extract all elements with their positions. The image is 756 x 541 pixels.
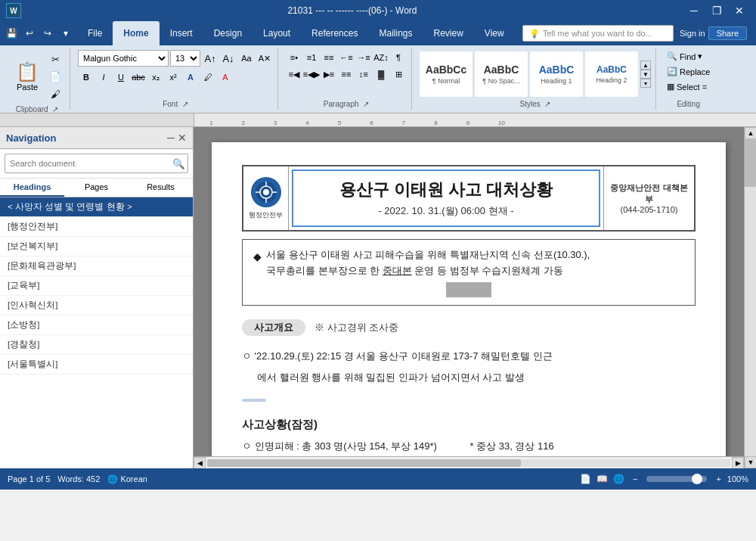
style-heading2[interactable]: AaBbC Heading 2 (585, 51, 638, 97)
subscript-button[interactable]: x₂ (147, 70, 164, 85)
plus-zoom[interactable]: + (716, 474, 720, 483)
underline-button[interactable]: U (113, 70, 129, 85)
zoom-slider[interactable] (646, 476, 707, 482)
print-layout-button[interactable]: 📄 (578, 472, 593, 486)
tab-home[interactable]: Home (113, 21, 159, 45)
align-center-button[interactable]: ≡◀▶ (303, 67, 320, 82)
tab-references[interactable]: References (301, 21, 368, 45)
scroll-up-button[interactable]: ▲ (745, 127, 756, 139)
more-quick-button[interactable]: ▾ (57, 26, 74, 41)
document-scroll[interactable]: 행정안전부 용산구 이태원 사고 대처상황 - 2022. 10. 31.(월)… (194, 127, 744, 456)
bullets-button[interactable]: ≡• (286, 50, 302, 65)
scroll-down-button[interactable]: ▼ (745, 456, 756, 468)
nav-item-1[interactable]: [행정안전부] (0, 217, 193, 237)
clear-format-button[interactable]: A✕ (256, 51, 273, 66)
tab-design[interactable]: Design (203, 21, 253, 45)
tab-view[interactable]: View (474, 21, 515, 45)
cut-button[interactable]: ✂ (45, 51, 65, 67)
restore-button[interactable]: ❐ (706, 2, 727, 19)
borders-button[interactable]: ⊞ (390, 67, 407, 82)
font-size-select[interactable]: 13 (170, 50, 200, 67)
scroll-right-button[interactable]: ▶ (732, 457, 744, 469)
nav-item-5[interactable]: [인사혁신처] (0, 296, 193, 316)
scroll-thumb[interactable] (207, 459, 521, 467)
replace-button[interactable]: 🔄 Replace (664, 65, 713, 78)
tab-insert[interactable]: Insert (160, 21, 203, 45)
nav-item-7[interactable]: [경찰청] (0, 335, 193, 355)
redo-quick-button[interactable]: ↪ (39, 26, 56, 41)
nav-item-6[interactable]: [소방청] (0, 316, 193, 335)
tab-file[interactable]: File (77, 21, 113, 45)
select-button[interactable]: ▦ Select = (664, 80, 710, 93)
paste-button[interactable]: 📋 Paste (9, 50, 45, 104)
italic-button[interactable]: I (95, 70, 112, 85)
minus-zoom[interactable]: − (633, 474, 637, 483)
tab-mailings[interactable]: Mailings (368, 21, 423, 45)
bold-button[interactable]: B (78, 70, 94, 85)
font-color-button[interactable]: A (217, 70, 234, 85)
increase-font-button[interactable]: A↑ (202, 51, 218, 66)
tell-me-box[interactable]: 💡 Tell me what you want to do... (522, 25, 674, 42)
editing-group: 🔍 Find ▾ 🔄 Replace ▦ Select = Editing (659, 48, 717, 110)
find-button[interactable]: 🔍 Find ▾ (664, 50, 705, 63)
show-formatting-button[interactable]: ¶ (390, 50, 407, 65)
undo-quick-button[interactable]: ↩ (21, 26, 38, 41)
strikethrough-button[interactable]: abc (130, 70, 147, 85)
decrease-font-button[interactable]: A↓ (220, 51, 237, 66)
tab-review[interactable]: Review (423, 21, 473, 45)
tab-headings[interactable]: Headings (0, 179, 64, 197)
minimize-button[interactable]: ─ (683, 2, 705, 19)
nav-pin-button[interactable]: ─ (167, 132, 175, 144)
styles-scroll-down[interactable]: ▼ (640, 70, 651, 79)
style-nospace[interactable]: AaBbC ¶ No Spac... (475, 51, 528, 97)
blurred-box (446, 282, 491, 297)
sort-button[interactable]: AZ↕ (373, 50, 389, 65)
scroll-left-button[interactable]: ◀ (194, 457, 206, 469)
style-heading1[interactable]: AaBbC Heading 1 (530, 51, 583, 97)
tab-layout[interactable]: Layout (253, 21, 301, 45)
v-scroll-track[interactable] (745, 139, 756, 456)
search-input[interactable] (5, 154, 188, 173)
align-right-button[interactable]: ▶≡ (321, 67, 337, 82)
case-button[interactable]: Aa (238, 51, 255, 66)
nav-close-button[interactable]: ✕ (178, 132, 187, 144)
signin-button[interactable]: Sign in (680, 29, 705, 38)
tab-pages[interactable]: Pages (64, 179, 129, 197)
highlight-button[interactable]: 🖊 (200, 70, 216, 85)
align-left-button[interactable]: ≡◀ (286, 67, 302, 82)
nav-item-4[interactable]: [교육부] (0, 276, 193, 296)
text-effect-button[interactable]: A (182, 70, 199, 85)
ruler-mark-10: 10 (498, 120, 505, 126)
format-painter-button[interactable]: 🖌 (45, 86, 65, 102)
scroll-track[interactable] (207, 459, 730, 467)
read-view-button[interactable]: 📖 (595, 472, 610, 486)
multilevel-button[interactable]: ≡≡ (321, 50, 337, 65)
status-bar: Page 1 of 5 Words: 452 🌐 Korean 📄 📖 🌐 − … (0, 468, 756, 490)
font-name-select[interactable]: Malgun Gothic (78, 50, 169, 67)
nav-item-3[interactable]: [문화체육관광부] (0, 257, 193, 276)
style-normal[interactable]: AaBbCc ¶ Normal (420, 51, 472, 97)
nav-item-0[interactable]: < 사망자 성별 및 연령별 현황 > (0, 197, 193, 217)
style-heading2-preview: AaBbC (596, 64, 627, 75)
styles-group: AaBbCc ¶ Normal AaBbC ¶ No Spac... AaBbC… (415, 48, 656, 110)
shading-button[interactable]: ▓ (373, 67, 389, 82)
zoom-thumb[interactable] (692, 474, 702, 484)
superscript-button[interactable]: x² (165, 70, 181, 85)
styles-more[interactable]: ▾ (640, 79, 651, 88)
numbering-button[interactable]: ≡1 (303, 50, 320, 65)
tab-results[interactable]: Results (129, 179, 193, 197)
styles-scroll-up[interactable]: ▲ (640, 61, 651, 70)
save-quick-button[interactable]: 💾 (3, 26, 20, 41)
decrease-indent-button[interactable]: ←≡ (338, 50, 355, 65)
share-button[interactable]: Share (708, 26, 747, 40)
v-scroll-thumb[interactable] (745, 139, 756, 187)
increase-indent-button[interactable]: →≡ (355, 50, 372, 65)
web-layout-button[interactable]: 🌐 (612, 472, 627, 486)
search-icon-button[interactable]: 🔍 (172, 158, 185, 169)
nav-item-2[interactable]: [보건복지부] (0, 237, 193, 257)
copy-button[interactable]: 📄 (45, 69, 65, 85)
nav-item-8[interactable]: [서울특별시] (0, 355, 193, 375)
justify-button[interactable]: ≡≡ (338, 67, 355, 82)
line-spacing-button[interactable]: ↕≡ (355, 67, 372, 82)
close-button[interactable]: ✕ (729, 2, 750, 19)
